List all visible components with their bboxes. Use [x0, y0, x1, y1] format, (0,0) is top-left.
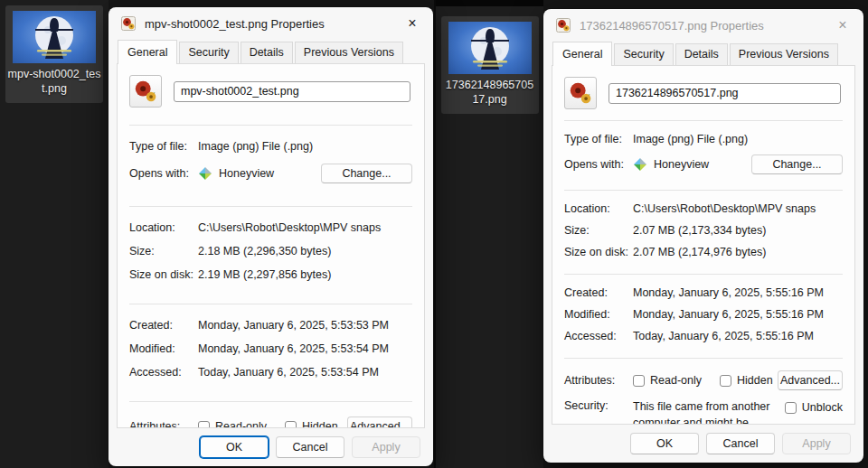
dialog-title: mpv-shot0002_test.png Properties: [145, 17, 388, 31]
modified-row: Modified: Monday, January 6, 2025, 5:55:…: [564, 304, 843, 325]
file-thumbnail-icon: [129, 75, 162, 108]
tab-security[interactable]: Security: [179, 42, 238, 63]
hidden-checkbox[interactable]: Hidden: [720, 374, 773, 387]
size-on-disk-row: Size on disk: 2.19 MB (2,297,856 bytes): [129, 263, 412, 286]
tab-strip: General Security Details Previous Versio…: [108, 40, 433, 63]
apply-button: Apply: [352, 436, 420, 458]
tab-strip: General Security Details Previous Versio…: [543, 42, 863, 65]
png-file-icon: [556, 18, 571, 33]
tab-general[interactable]: General: [552, 42, 612, 66]
unblock-checkbox[interactable]: Unblock: [785, 401, 843, 414]
filename-input[interactable]: [174, 81, 410, 102]
filename-input[interactable]: [609, 83, 841, 104]
divider: [564, 274, 843, 275]
window-edge-bar: [436, 0, 543, 6]
change-button[interactable]: Change...: [321, 164, 412, 183]
filename-row: [564, 77, 841, 109]
filename-row: [129, 75, 410, 108]
size-on-disk-row: Size on disk: 2.07 MB (2,174,976 bytes): [564, 241, 843, 263]
general-tab-pane: Type of file: Image (png) File (.png) Op…: [552, 65, 855, 425]
type-of-file-row: Type of file: Image (png) File (.png): [564, 128, 843, 150]
divider: [564, 358, 843, 359]
desktop-icon-mpv-shot[interactable]: mpv-shot0002_test.png: [5, 5, 103, 103]
properties-dialog-mpv-shot: mpv-shot0002_test.png Properties × Gener…: [108, 7, 433, 466]
security-warning-text: This file came from another computer and…: [633, 399, 785, 425]
tab-details[interactable]: Details: [675, 43, 728, 65]
desktop-icon-label: mpv-shot0002_test.png: [7, 67, 101, 97]
ok-button[interactable]: OK: [200, 436, 269, 458]
checkbox-box[interactable]: [285, 421, 297, 429]
desktop-strip-left: mpv-shot0002_test.png: [0, 0, 108, 468]
tab-previous-versions[interactable]: Previous Versions: [730, 43, 838, 65]
checkbox-box[interactable]: [633, 375, 645, 387]
hidden-checkbox[interactable]: Hidden: [285, 420, 338, 428]
tab-previous-versions[interactable]: Previous Versions: [295, 42, 403, 63]
cancel-button[interactable]: Cancel: [276, 436, 344, 458]
desktop-icon-1736214896570517[interactable]: 1736214896570517.png: [441, 16, 539, 114]
dialog-footer: OK Cancel Apply: [108, 428, 433, 466]
tab-security[interactable]: Security: [614, 43, 673, 65]
checkbox-box[interactable]: [785, 402, 797, 414]
created-row: Created: Monday, January 6, 2025, 5:53:5…: [129, 314, 412, 337]
opens-with-app: Honeyview: [654, 158, 709, 171]
divider: [564, 120, 843, 121]
security-row: Security: This file came from another co…: [564, 395, 843, 425]
readonly-checkbox[interactable]: Read-only: [633, 374, 702, 387]
attributes-row: Attributes: Read-only Hidden Advanced...: [564, 366, 843, 395]
divider: [564, 190, 843, 191]
checkbox-box[interactable]: [720, 375, 731, 387]
change-button[interactable]: Change...: [751, 154, 843, 174]
location-row: Location: C:\Users\Robot\Desktop\MPV sna…: [564, 198, 843, 220]
location-row: Location: C:\Users\Robot\Desktop\MPV sna…: [129, 216, 412, 239]
divider: [129, 206, 412, 207]
divider: [129, 401, 412, 402]
moonlit-figure-thumbnail: [13, 11, 96, 63]
cancel-button[interactable]: Cancel: [706, 433, 775, 454]
created-row: Created: Monday, January 6, 2025, 5:55:1…: [564, 282, 843, 304]
general-tab-pane: Type of file: Image (png) File (.png) Op…: [117, 63, 425, 428]
tab-details[interactable]: Details: [241, 42, 293, 63]
modified-row: Modified: Monday, January 6, 2025, 5:53:…: [129, 337, 412, 360]
divider: [129, 304, 412, 304]
ok-button[interactable]: OK: [630, 433, 699, 454]
file-thumbnail-icon: [564, 77, 597, 109]
size-row: Size: 2.07 MB (2,173,334 bytes): [564, 220, 843, 241]
size-row: Size: 2.18 MB (2,296,350 bytes): [129, 239, 412, 263]
accessed-row: Accessed: Today, January 6, 2025, 5:55:1…: [564, 325, 843, 347]
titlebar[interactable]: 1736214896570517.png Properties ×: [543, 9, 863, 42]
opens-with-app: Honeyview: [219, 167, 274, 180]
png-file-icon: [121, 16, 136, 31]
accessed-row: Accessed: Today, January 6, 2025, 5:53:5…: [129, 360, 412, 384]
honeyview-icon: [633, 157, 647, 172]
divider: [129, 125, 412, 126]
properties-dialog-1736214896570517: 1736214896570517.png Properties × Genera…: [543, 9, 863, 463]
checkbox-box[interactable]: [198, 421, 210, 429]
tab-general[interactable]: General: [118, 40, 177, 64]
close-icon[interactable]: ×: [397, 11, 428, 36]
moonlit-figure-thumbnail: [448, 22, 532, 74]
desktop-icon-label: 1736214896570517.png: [443, 78, 537, 108]
dialog-title: 1736214896570517.png Properties: [580, 19, 818, 33]
honeyview-icon: [198, 166, 212, 181]
advanced-button[interactable]: Advanced...: [347, 417, 412, 428]
attributes-row: Attributes: Read-only Hidden Advanced...: [129, 411, 412, 428]
opens-with-row: Opens with: Honeyview Change...: [129, 158, 412, 189]
readonly-checkbox[interactable]: Read-only: [198, 420, 267, 428]
apply-button: Apply: [782, 433, 851, 454]
titlebar[interactable]: mpv-shot0002_test.png Properties ×: [108, 7, 433, 40]
type-of-file-row: Type of file: Image (png) File (.png): [129, 135, 412, 158]
advanced-button[interactable]: Advanced...: [778, 370, 843, 390]
dialog-footer: OK Cancel Apply: [543, 425, 863, 463]
opens-with-row: Opens with: Honeyview Change...: [564, 150, 843, 179]
desktop-strip-middle: 1736214896570517.png: [434, 0, 543, 468]
close-icon[interactable]: ×: [827, 13, 858, 38]
